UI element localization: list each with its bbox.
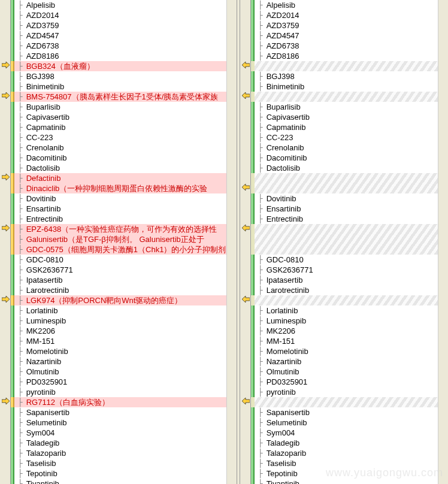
right-row[interactable]: ├ Luminespib [255, 316, 448, 326]
right-row[interactable] [255, 295, 448, 305]
left-row[interactable]: ├ Tepotinib [14, 468, 237, 479]
right-row[interactable]: ├ pyrotinib [255, 387, 448, 397]
left-row[interactable]: ├ MK2206 [14, 326, 237, 336]
right-row[interactable]: ├ Sapanisertib [255, 407, 448, 418]
right-row[interactable]: ├ Sym004 [255, 428, 448, 438]
right-row[interactable]: ├ Crenolanib [255, 143, 448, 153]
left-row[interactable]: ├ Capmatinib [14, 122, 237, 132]
diff-arrow-right-icon[interactable] [1, 173, 10, 181]
left-row[interactable]: ├ Buparlisib [14, 102, 237, 112]
left-row[interactable]: ├ Entrectinib [14, 214, 237, 224]
left-row[interactable]: ├ Galunisertib（是TGF-β抑制剂。 Galunisertib正处… [14, 234, 237, 244]
right-row[interactable]: ├ AZD2014 [255, 10, 448, 20]
right-row[interactable] [255, 61, 448, 71]
right-row[interactable]: ├ Buparlisib [255, 102, 448, 112]
right-row[interactable]: ├ Alpelisib [255, 0, 448, 10]
left-row[interactable]: ├ Nazartinib [14, 356, 237, 367]
diff-arrow-left-icon[interactable] [241, 61, 250, 69]
left-row[interactable]: ├ GSK2636771 [14, 265, 237, 275]
left-row[interactable]: ├ PD0325901 [14, 377, 237, 387]
left-row[interactable]: ├ Selumetinib [14, 418, 237, 428]
left-row[interactable]: ├ Lorlatinib [14, 305, 237, 316]
right-row[interactable] [255, 397, 448, 407]
right-row[interactable]: ├ AZD6738 [255, 41, 448, 51]
right-row[interactable]: ├ Taladegib [255, 438, 448, 448]
left-row[interactable]: ├ LGK974（抑制PORCN靶向Wnt驱动的癌症） [14, 295, 237, 305]
diff-arrow-right-icon[interactable] [1, 295, 10, 303]
left-row[interactable]: ├ Ensartinib [14, 204, 237, 214]
diff-arrow-right-icon[interactable] [1, 397, 10, 405]
left-row[interactable]: ├ GDC-0575（细胞周期关卡激酶1（Chk1）的小分子抑制剂 [14, 244, 237, 255]
left-row[interactable]: ├ AZD2014 [14, 10, 237, 20]
right-row[interactable]: ├ Capmatinib [255, 122, 448, 132]
left-row[interactable]: ├ Binimetinib [14, 81, 237, 92]
right-row[interactable]: ├ AZD3759 [255, 20, 448, 31]
right-row[interactable]: ├ AZD4547 [255, 31, 448, 41]
right-row[interactable] [255, 173, 448, 183]
diff-arrow-left-icon[interactable] [241, 224, 250, 232]
left-row[interactable]: ├ Sym004 [14, 428, 237, 438]
left-row[interactable]: ├ Sapanisertib [14, 407, 237, 418]
right-row[interactable]: ├ Dovitinib [255, 193, 448, 204]
right-row[interactable]: ├ GSK2636771 [255, 265, 448, 275]
right-row[interactable]: ├ Ipatasertib [255, 275, 448, 285]
left-row[interactable]: ├ AZD8186 [14, 51, 237, 61]
right-row[interactable] [255, 234, 448, 244]
left-row[interactable]: ├ Alpelisib [14, 0, 237, 10]
right-row[interactable]: ├ Lorlatinib [255, 305, 448, 316]
right-row[interactable]: ├ CC-223 [255, 132, 448, 143]
diff-arrow-left-icon[interactable] [241, 397, 250, 405]
right-row[interactable]: ├ Entrectinib [255, 214, 448, 224]
right-row[interactable]: ├ Talazoparib [255, 448, 448, 458]
left-row[interactable]: ├ Taladegib [14, 438, 237, 448]
right-row[interactable]: ├ BGJ398 [255, 71, 448, 81]
left-row[interactable]: ├ Tivantinib [14, 479, 237, 484]
left-row[interactable]: ├ AZD3759 [14, 20, 237, 31]
left-row[interactable]: ├ Dovitinib [14, 193, 237, 204]
left-content[interactable]: ├ Alpelisib├ AZD2014├ AZD3759├ AZD4547├ … [14, 0, 237, 484]
left-row[interactable]: ├ BGB324（血液瘤） [14, 61, 237, 71]
right-row[interactable]: ├ Tivantinib [255, 479, 448, 484]
right-row[interactable]: ├ Capivasertib [255, 112, 448, 122]
left-row[interactable]: ├ RG7112（白血病实验） [14, 397, 237, 407]
right-row[interactable] [255, 224, 448, 234]
left-row[interactable]: ├ MM-151 [14, 336, 237, 346]
right-row[interactable]: ├ Binimetinib [255, 81, 448, 92]
right-row[interactable]: ├ MK2206 [255, 326, 448, 336]
right-row[interactable]: ├ GDC-0810 [255, 255, 448, 265]
left-row[interactable]: ├ GDC-0810 [14, 255, 237, 265]
right-row[interactable]: ├ Momelotinib [255, 346, 448, 356]
left-row[interactable]: ├ AZD6738 [14, 41, 237, 51]
left-row[interactable]: ├ Talazoparib [14, 448, 237, 458]
left-row[interactable]: ├ BMS-754807（胰岛素样生长因子1受体/胰岛素受体家族 [14, 92, 237, 102]
left-row[interactable]: ├ BGJ398 [14, 71, 237, 81]
left-row[interactable]: ├ Dinaciclib（一种抑制细胞周期蛋白依赖性激酶的实验 [14, 183, 237, 193]
right-row[interactable] [255, 244, 448, 255]
left-row[interactable]: ├ Dactolisib [14, 163, 237, 173]
diff-arrow-right-icon[interactable] [1, 224, 10, 232]
right-row[interactable]: ├ Larotrectinib [255, 285, 448, 295]
diff-arrow-right-icon[interactable] [1, 61, 10, 69]
left-scrollbar[interactable] [226, 0, 237, 484]
right-row[interactable]: ├ Dactolisib [255, 163, 448, 173]
right-content[interactable]: ├ Alpelisib├ AZD2014├ AZD3759├ AZD4547├ … [255, 0, 448, 484]
right-row[interactable]: ├ AZD8186 [255, 51, 448, 61]
left-row[interactable]: ├ AZD4547 [14, 31, 237, 41]
left-row[interactable]: ├ Taselisib [14, 458, 237, 468]
right-row[interactable] [255, 92, 448, 102]
left-row[interactable]: ├ Capivasertib [14, 112, 237, 122]
right-row[interactable]: ├ PD0325901 [255, 377, 448, 387]
left-row[interactable]: ├ Defactinib [14, 173, 237, 183]
right-row[interactable] [255, 183, 448, 193]
right-row[interactable]: ├ Olmutinib [255, 367, 448, 377]
diff-arrow-left-icon[interactable] [241, 92, 250, 99]
right-row[interactable]: ├ Nazartinib [255, 356, 448, 367]
right-row[interactable]: ├ Dacomitinib [255, 153, 448, 163]
left-row[interactable]: ├ Crenolanib [14, 143, 237, 153]
left-row[interactable]: ├ Luminespib [14, 316, 237, 326]
diff-arrow-right-icon[interactable] [1, 92, 10, 99]
left-row[interactable]: ├ CC-223 [14, 132, 237, 143]
left-row[interactable]: ├ pyrotinib [14, 387, 237, 397]
right-row[interactable]: ├ Selumetinib [255, 418, 448, 428]
right-row[interactable]: ├ Ensartinib [255, 204, 448, 214]
